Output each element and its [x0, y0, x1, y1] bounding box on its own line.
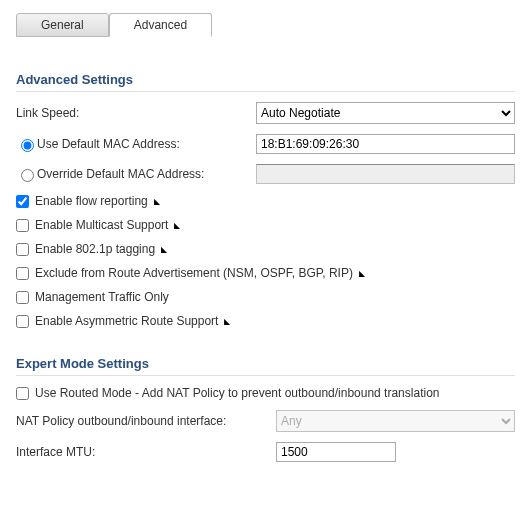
mgmt-only-label: Management Traffic Only	[35, 290, 169, 304]
exclude-route-marker-icon: ◣	[359, 269, 365, 278]
flow-reporting-checkbox[interactable]	[16, 195, 29, 208]
mtu-row: Interface MTU:	[16, 442, 515, 462]
flow-reporting-label: Enable flow reporting	[35, 194, 148, 208]
routed-mode-row: Use Routed Mode - Add NAT Policy to prev…	[16, 386, 515, 400]
override-mac-label: Override Default MAC Address:	[37, 167, 204, 181]
asym-route-label: Enable Asymmetric Route Support	[35, 314, 218, 328]
dot1p-row: Enable 802.1p tagging ◣	[16, 242, 515, 256]
override-mac-input	[256, 164, 515, 184]
mtu-input[interactable]	[276, 442, 396, 462]
tab-general[interactable]: General	[16, 13, 109, 37]
nat-policy-label: NAT Policy outbound/inbound interface:	[16, 414, 276, 428]
expert-settings-heading: Expert Mode Settings	[16, 356, 515, 376]
exclude-route-label: Exclude from Route Advertisement (NSM, O…	[35, 266, 353, 280]
flow-marker-icon: ◣	[154, 197, 160, 206]
mgmt-only-checkbox[interactable]	[16, 291, 29, 304]
tab-advanced[interactable]: Advanced	[109, 13, 212, 37]
routed-mode-checkbox[interactable]	[16, 387, 29, 400]
override-mac-radio[interactable]	[21, 169, 34, 182]
tab-general-label: General	[41, 18, 84, 32]
dot1p-checkbox[interactable]	[16, 243, 29, 256]
nat-policy-select: Any	[276, 410, 515, 432]
asym-route-row: Enable Asymmetric Route Support ◣	[16, 314, 515, 328]
multicast-marker-icon: ◣	[174, 221, 180, 230]
link-speed-row: Link Speed: Auto Negotiate	[16, 102, 515, 124]
exclude-route-checkbox[interactable]	[16, 267, 29, 280]
link-speed-label: Link Speed:	[16, 106, 256, 120]
nat-policy-row: NAT Policy outbound/inbound interface: A…	[16, 410, 515, 432]
routed-mode-label: Use Routed Mode - Add NAT Policy to prev…	[35, 386, 439, 400]
asym-route-marker-icon: ◣	[224, 317, 230, 326]
advanced-settings-heading: Advanced Settings	[16, 72, 515, 92]
link-speed-select[interactable]: Auto Negotiate	[256, 102, 515, 124]
tab-bar: General Advanced	[16, 12, 515, 36]
multicast-row: Enable Multicast Support ◣	[16, 218, 515, 232]
dot1p-marker-icon: ◣	[161, 245, 167, 254]
dot1p-label: Enable 802.1p tagging	[35, 242, 155, 256]
flow-reporting-row: Enable flow reporting ◣	[16, 194, 515, 208]
use-default-mac-radio[interactable]	[21, 139, 34, 152]
mgmt-only-row: Management Traffic Only	[16, 290, 515, 304]
use-default-mac-row: Use Default MAC Address:	[16, 134, 515, 154]
override-mac-row: Override Default MAC Address:	[16, 164, 515, 184]
mtu-label: Interface MTU:	[16, 445, 276, 459]
asym-route-checkbox[interactable]	[16, 315, 29, 328]
multicast-label: Enable Multicast Support	[35, 218, 168, 232]
default-mac-input[interactable]	[256, 134, 515, 154]
exclude-route-row: Exclude from Route Advertisement (NSM, O…	[16, 266, 515, 280]
use-default-mac-label: Use Default MAC Address:	[37, 137, 180, 151]
tab-advanced-label: Advanced	[134, 18, 187, 32]
multicast-checkbox[interactable]	[16, 219, 29, 232]
